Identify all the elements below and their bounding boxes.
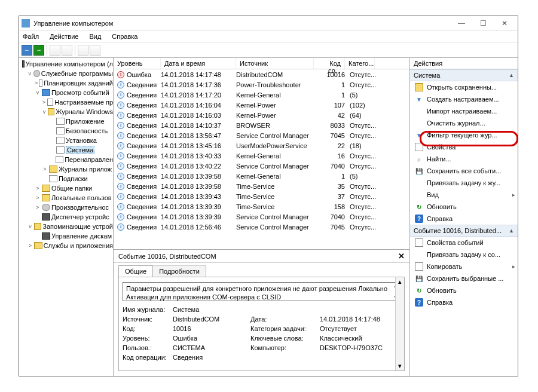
action-item[interactable]: ?Справка — [410, 213, 518, 225]
nav-forward-button[interactable]: → — [33, 45, 44, 56]
action-item[interactable]: ↻Обновить — [410, 284, 518, 296]
titlebar: Управление компьютером — ☐ ✕ — [19, 16, 518, 30]
tab-details[interactable]: Подробности — [152, 265, 206, 277]
detail-message: Параметры разрешений для конкретного при… — [123, 282, 401, 301]
tree-node[interactable]: vЖурналы Windows — [19, 107, 113, 117]
tree-node[interactable]: >Производительнос — [19, 203, 113, 212]
toolbar-button[interactable] — [90, 45, 100, 56]
table-row[interactable]: iСведения14.01.2018 13:39:39Time-Service… — [114, 201, 409, 212]
action-item[interactable]: Открыть сохраненны... — [410, 81, 518, 93]
tree-node[interactable]: vПросмотр событий — [19, 88, 113, 97]
table-row[interactable]: iСведения14.01.2018 13:39:39Service Cont… — [114, 212, 409, 222]
tree-node[interactable]: >Планировщик заданий — [19, 78, 113, 88]
tree-node[interactable]: Безопасность — [19, 126, 113, 136]
detail-title: Событие 10016, DistributedCOM — [118, 253, 398, 260]
col-category[interactable]: Катего... — [345, 58, 375, 69]
detail-fields: Имя журналаСистема ИсточникDistributedCO… — [123, 306, 401, 361]
tree-node[interactable]: >Журналы прилож — [19, 164, 113, 174]
action-item[interactable]: Свойства событий — [410, 237, 518, 249]
action-item[interactable]: Вид▸ — [410, 189, 518, 201]
tree-node[interactable]: Приложение — [19, 117, 113, 126]
action-item[interactable]: 💾Сохранить выбранные ... — [410, 272, 518, 284]
tree-node[interactable]: >Настраиваемые пр — [19, 97, 113, 107]
action-item[interactable]: Привязать задачу к жу... — [410, 177, 518, 189]
menu-file[interactable]: Файл — [22, 32, 40, 41]
toolbar-button[interactable] — [78, 45, 88, 56]
actions-section-event[interactable]: Событие 10016, Distributed...▲ — [410, 225, 518, 237]
table-row[interactable]: iСведения14.01.2018 13:39:58Time-Service… — [114, 181, 409, 191]
action-item[interactable]: Импорт настраиваем... — [410, 105, 518, 117]
action-item[interactable]: ▼Создать настраиваем... — [410, 93, 518, 105]
col-code[interactable]: Код со... — [314, 58, 345, 69]
table-row[interactable]: iСведения14.01.2018 13:56:47Service Cont… — [114, 130, 409, 140]
window-title: Управление компьютером — [33, 20, 451, 27]
tree-node[interactable]: vСлужебные программы — [19, 69, 113, 78]
action-item[interactable]: Очистить журнал... — [410, 117, 518, 129]
grid-header[interactable]: Уровень Дата и время Источник Код со... … — [114, 58, 409, 69]
menu-help[interactable]: Справка — [111, 32, 139, 41]
table-row[interactable]: iСведения14.01.2018 14:17:36Power-Troubl… — [114, 79, 409, 90]
table-row[interactable]: iСведения14.01.2018 13:40:33Kernel-Gener… — [114, 151, 409, 161]
actions-pane: Действия Система▲ Открыть сохраненны...▼… — [410, 58, 518, 376]
nav-tree[interactable]: Управление компьютером (лvСлужебные прог… — [19, 58, 114, 376]
tree-node[interactable]: vЗапоминающие устрой — [19, 222, 113, 231]
toolbar: ← → — [19, 42, 518, 58]
detail-message-text: Параметры разрешений для конкретного при… — [126, 285, 387, 301]
toolbar-button[interactable] — [50, 45, 60, 56]
window: Управление компьютером — ☐ ✕ Файл Действ… — [19, 16, 518, 376]
actions-header: Действия — [410, 58, 518, 69]
nav-back-button[interactable]: ← — [22, 45, 32, 56]
action-item[interactable]: 💾Сохранить все событи... — [410, 165, 518, 177]
center-pane: Уровень Дата и время Источник Код со... … — [114, 58, 410, 376]
event-grid[interactable]: Уровень Дата и время Источник Код со... … — [114, 58, 409, 249]
tree-node[interactable]: Установка — [19, 136, 113, 145]
tree-node[interactable]: >Локальные пользов — [19, 193, 113, 203]
table-row[interactable]: iСведения14.01.2018 13:39:43Time-Service… — [114, 191, 409, 201]
action-item[interactable]: ?Справка — [410, 296, 518, 308]
maximize-button[interactable]: ☐ — [472, 17, 494, 30]
tab-general[interactable]: Общие — [118, 265, 153, 277]
tree-node[interactable]: >Службы и приложения — [19, 241, 113, 250]
table-row[interactable]: iСведения14.01.2018 13:40:22Service Cont… — [114, 161, 409, 171]
detail-pane: Событие 10016, DistributedCOM ✕ Общие По… — [114, 249, 409, 376]
tree-node[interactable]: Система — [19, 145, 113, 155]
table-row[interactable]: iСведения14.01.2018 12:56:46Service Cont… — [114, 222, 409, 232]
minimize-button[interactable]: — — [451, 17, 472, 30]
actions-section-system[interactable]: Система▲ — [410, 69, 518, 81]
tree-node[interactable]: Диспетчер устройс — [19, 212, 113, 222]
menubar: Файл Действие Вид Справка — [19, 30, 518, 42]
table-row[interactable]: iСведения14.01.2018 13:45:16UserModePowe… — [114, 140, 409, 151]
toolbar-button[interactable] — [62, 45, 72, 56]
app-icon — [22, 19, 30, 27]
action-item[interactable]: ↻Обновить — [410, 201, 518, 213]
col-source[interactable]: Источник — [236, 58, 314, 69]
col-datetime[interactable]: Дата и время — [161, 58, 236, 69]
table-row[interactable]: iСведения14.01.2018 14:17:20Kernel-Gener… — [114, 90, 409, 100]
table-row[interactable]: iСведения14.01.2018 13:39:58Kernel-Gener… — [114, 171, 409, 181]
table-row[interactable]: iСведения14.01.2018 14:16:03Kernel-Power… — [114, 110, 409, 120]
action-item[interactable]: Копировать▸ — [410, 261, 518, 272]
action-item[interactable]: Свойства — [410, 141, 518, 153]
col-level[interactable]: Уровень — [114, 58, 161, 69]
table-row[interactable]: iСведения14.01.2018 14:16:04Kernel-Power… — [114, 100, 409, 110]
detail-close-icon[interactable]: ✕ — [398, 252, 405, 261]
tree-node[interactable]: Перенаправлен — [19, 155, 113, 164]
table-row[interactable]: iСведения14.01.2018 14:10:37BROWSER8033О… — [114, 120, 409, 130]
menu-action[interactable]: Действие — [48, 32, 80, 41]
action-item[interactable]: Привязать задачу к со... — [410, 249, 518, 261]
table-row[interactable]: !Ошибка14.01.2018 14:17:48DistributedCOM… — [114, 69, 409, 79]
close-button[interactable]: ✕ — [494, 17, 515, 30]
tree-node[interactable]: Подписки — [19, 174, 113, 183]
action-item[interactable]: ▼Фильтр текущего жур... — [410, 129, 518, 141]
tree-node[interactable]: >Общие папки — [19, 183, 113, 193]
tree-node[interactable]: Управление компьютером (л — [19, 59, 113, 69]
action-item[interactable]: ⌕Найти... — [410, 153, 518, 165]
menu-view[interactable]: Вид — [88, 32, 102, 41]
tree-node[interactable]: Управление дискам — [19, 231, 113, 241]
